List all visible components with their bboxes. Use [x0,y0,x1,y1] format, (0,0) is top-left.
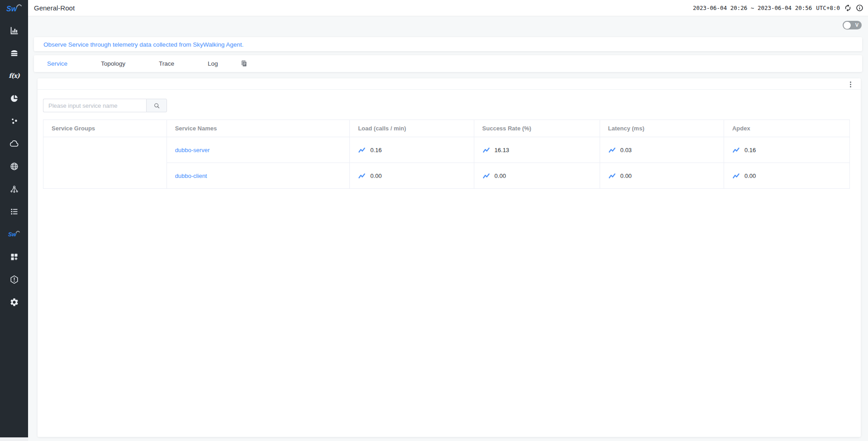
metric-value: 0.16 [744,147,756,153]
header-controls: 2023-06-04 20:26 ~ 2023-06-04 20:56 UTC+… [693,4,863,12]
info-icon[interactable] [856,4,863,12]
metric-value: 0.00 [370,173,382,179]
sidebar-item-settings[interactable] [0,291,28,313]
trend-line-icon [482,146,490,154]
pie-chart-icon [10,94,19,103]
table-header-row: Service Groups Service Names Load (calls… [43,120,850,137]
success-rate-metric: 0.00 [482,172,600,180]
table-row: dubbo-server 0.16 16.13 0.03 [43,137,850,163]
list-icon [10,207,19,216]
globe-icon [10,162,19,171]
load-metric: 0.16 [358,146,473,154]
sidebar-item-gateway[interactable] [0,177,28,200]
service-link-dubbo-client[interactable]: dubbo-client [175,173,207,179]
trend-line-icon [608,146,616,154]
service-link-dubbo-server[interactable]: dubbo-server [175,147,210,153]
metric-value: 0.00 [495,173,506,179]
bar-chart-icon [10,26,19,35]
content-area: V Observe Service through telemetry data… [28,16,868,441]
sidebar: Sw f(x) [0,0,28,437]
view-mode-toggle[interactable]: V [843,21,862,29]
widget-more-button[interactable] [846,80,854,88]
alert-hexagon-icon [10,275,19,284]
tab-topology[interactable]: Topology [101,60,125,67]
trend-line-icon [358,146,366,154]
apdex-metric: 0.16 [732,146,849,154]
trend-line-icon [358,172,366,180]
page-header: General-Root 2023-06-04 20:26 ~ 2023-06-… [28,0,868,16]
trend-line-icon [608,172,616,180]
col-load: Load (calls / min) [350,120,474,137]
sidebar-item-general-service[interactable] [0,19,28,42]
more-dot [850,86,851,87]
sidebar-item-self-observability[interactable]: Sw [0,223,28,245]
latency-metric: 0.00 [608,172,724,180]
page-title: General-Root [34,4,75,12]
latency-metric: 0.03 [608,146,724,154]
sidebar-item-kubernetes[interactable] [0,110,28,132]
col-latency: Latency (ms) [600,120,724,137]
col-apdex: Apdex [724,120,849,137]
notice-text: Observe Service through telemetry data c… [43,41,243,48]
sidebar-item-infrastructure[interactable] [0,132,28,155]
toggle-knob [844,22,851,29]
server-stack-icon [10,48,19,58]
metric-value: 0.00 [620,173,632,179]
apdex-metric: 0.00 [732,172,849,180]
notice-banner: Observe Service through telemetry data c… [34,37,862,51]
gear-icon [10,297,19,307]
load-metric: 0.00 [358,172,473,180]
tab-bar: Service Topology Trace Log [34,55,862,72]
search-button[interactable] [146,99,167,112]
widget-body: Service Groups Service Names Load (calls… [38,90,861,189]
tab-log[interactable]: Log [208,60,218,67]
tab-trace[interactable]: Trace [159,60,174,67]
skywalking-logo-icon: Sw [6,3,22,14]
service-list-widget: Service Groups Service Names Load (calls… [38,78,861,437]
metric-value: 0.03 [620,147,632,153]
service-group-cell [43,137,167,189]
metric-value: 0.00 [744,173,756,179]
sidebar-nav: f(x) [0,19,28,313]
skywalking-logo[interactable]: Sw [0,0,28,17]
col-success-rate: Success Rate (%) [474,120,600,137]
widget-toolbar [38,78,861,90]
time-range-picker[interactable]: 2023-06-04 20:26 ~ 2023-06-04 20:56 [693,5,812,11]
svg-text:Sw: Sw [8,231,17,238]
sidebar-item-message-queue[interactable] [0,200,28,223]
topology-node-icon [10,184,19,194]
copy-icon[interactable] [240,60,248,67]
metric-value: 16.13 [495,147,510,153]
sidebar-item-alerting[interactable] [0,268,28,291]
skywalking-app: Sw f(x) [0,0,868,441]
tab-service[interactable]: Service [47,60,67,67]
services-table: Service Groups Service Names Load (calls… [43,120,850,189]
success-rate-metric: 16.13 [482,146,600,154]
trend-line-icon [482,172,490,180]
svg-text:Sw: Sw [6,5,18,13]
sidebar-item-database[interactable] [0,42,28,64]
col-service-names: Service Names [167,120,350,137]
refresh-icon[interactable] [844,4,852,12]
cloud-icon [9,139,19,149]
toggle-label: V [855,22,858,28]
sidebar-item-service-mesh[interactable] [0,87,28,110]
scatter-dots-icon [10,116,19,126]
function-icon: f(x) [9,72,19,79]
sidebar-item-dashboards[interactable] [0,245,28,268]
skywalking-icon: Sw [8,230,20,239]
service-search [43,99,850,112]
sidebar-item-functions[interactable]: f(x) [0,64,28,87]
trend-line-icon [732,172,740,180]
timezone-label: UTC+8:0 [816,5,840,11]
dashboard-add-icon [10,252,19,262]
metric-value: 0.16 [370,147,382,153]
service-search-input[interactable] [43,99,146,112]
more-dot [850,81,851,83]
more-dot [850,84,851,85]
search-icon [153,102,160,109]
trend-line-icon [732,146,740,154]
sidebar-item-browser[interactable] [0,155,28,177]
scrollbar-corner [0,437,28,441]
col-service-groups: Service Groups [43,120,167,137]
